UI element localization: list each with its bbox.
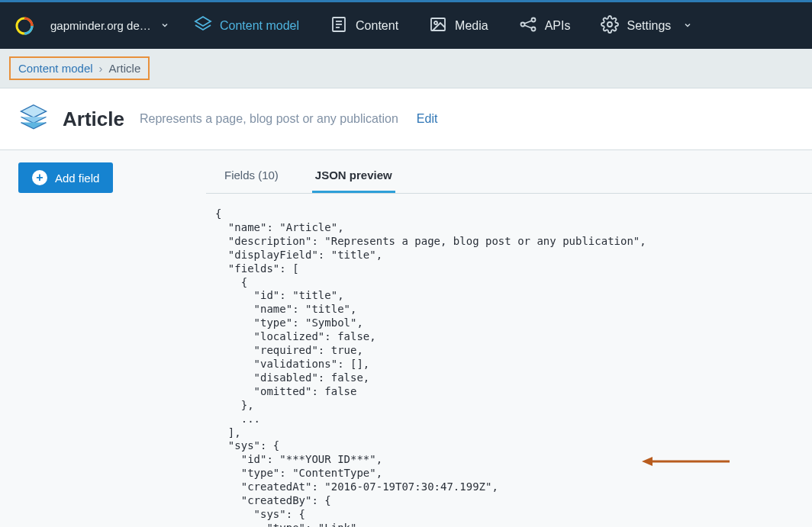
svg-marker-16 bbox=[642, 457, 652, 466]
svg-line-12 bbox=[524, 25, 532, 28]
document-icon bbox=[330, 15, 348, 37]
nav-items: Content model Content Media APIs Setting… bbox=[179, 2, 707, 49]
page-description: Represents a page, blog post or any publ… bbox=[140, 112, 398, 126]
page-title: Article bbox=[63, 108, 124, 131]
space-name: gapminder.org develo… bbox=[50, 19, 156, 32]
breadcrumb: Content model › Article bbox=[9, 56, 150, 80]
image-icon bbox=[429, 15, 447, 37]
edit-link[interactable]: Edit bbox=[417, 112, 438, 126]
layers-icon bbox=[194, 15, 212, 37]
svg-line-11 bbox=[524, 21, 532, 24]
svg-point-7 bbox=[434, 21, 437, 24]
body: + Add field Fields (10) JSON preview { "… bbox=[0, 150, 812, 527]
nav-label: Content bbox=[356, 19, 398, 33]
nav-settings[interactable]: Settings bbox=[585, 2, 707, 49]
nav-label: Content model bbox=[220, 19, 299, 33]
tab-json-preview[interactable]: JSON preview bbox=[312, 159, 395, 193]
tab-fields[interactable]: Fields (10) bbox=[221, 159, 282, 193]
breadcrumb-root[interactable]: Content model bbox=[18, 62, 93, 75]
chevron-down-icon bbox=[160, 19, 169, 32]
nav-label: Settings bbox=[627, 19, 671, 33]
nav-media[interactable]: Media bbox=[414, 2, 504, 49]
main: Fields (10) JSON preview { "name": "Arti… bbox=[206, 150, 812, 527]
chevron-down-icon bbox=[683, 19, 692, 33]
space-selector[interactable]: gapminder.org develo… bbox=[41, 2, 179, 49]
api-icon bbox=[519, 15, 537, 37]
nav-label: APIs bbox=[545, 19, 571, 33]
svg-marker-14 bbox=[21, 105, 47, 118]
svg-point-13 bbox=[607, 22, 612, 27]
plus-icon: + bbox=[32, 170, 47, 185]
json-preview: { "name": "Article", "description": "Rep… bbox=[206, 194, 812, 527]
nav-content-model[interactable]: Content model bbox=[179, 2, 314, 49]
breadcrumb-current: Article bbox=[109, 62, 141, 75]
sidebar: + Add field bbox=[0, 150, 206, 205]
app-logo-icon bbox=[15, 17, 34, 35]
tabs: Fields (10) JSON preview bbox=[206, 159, 812, 194]
nav-content[interactable]: Content bbox=[314, 2, 414, 49]
annotation-arrow-icon bbox=[591, 442, 678, 453]
add-field-button[interactable]: + Add field bbox=[18, 162, 113, 193]
gear-icon bbox=[601, 15, 619, 37]
top-nav: gapminder.org develo… Content model Cont… bbox=[0, 0, 812, 49]
nav-apis[interactable]: APIs bbox=[504, 2, 586, 49]
page-header: Article Represents a page, blog post or … bbox=[0, 88, 812, 150]
content-type-icon bbox=[17, 102, 50, 136]
svg-marker-1 bbox=[195, 17, 211, 26]
nav-label: Media bbox=[455, 19, 488, 33]
chevron-right-icon: › bbox=[99, 62, 103, 75]
add-field-label: Add field bbox=[55, 172, 99, 185]
breadcrumb-bar: Content model › Article bbox=[0, 49, 812, 88]
